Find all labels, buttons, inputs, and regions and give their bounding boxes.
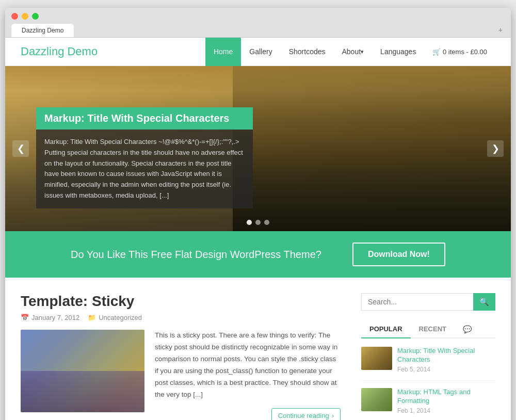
browser-window: Dazzling Demo + Dazzling Demo Home Galle… — [5, 8, 511, 420]
browser-tab[interactable]: Dazzling Demo — [11, 24, 74, 37]
recent-post-thumb-1 — [361, 347, 392, 370]
list-item: Markup: Title With Special Characters Fe… — [361, 347, 495, 373]
post-title: Template: Sticky — [21, 293, 341, 310]
recent-post-info-2: Markup: HTML Tags and Formatting Feb 1, … — [397, 388, 495, 414]
search-box: 🔍 — [361, 293, 495, 311]
post-body: This is a sticky post. There are a few t… — [21, 330, 341, 420]
continue-reading-button[interactable]: Continue reading › — [271, 408, 341, 420]
arrow-right-icon: › — [332, 412, 334, 419]
nav-about[interactable]: About — [334, 38, 373, 66]
site-nav: Home Gallery Shortcodes About Languages … — [205, 38, 495, 66]
hero-prev-button[interactable]: ❮ — [12, 140, 29, 157]
hero-content: Markup: Title With Special Characters Ma… — [36, 107, 253, 208]
calendar-icon: 📅 — [21, 314, 29, 321]
search-button[interactable]: 🔍 — [473, 293, 495, 311]
nav-cart[interactable]: 🛒 0 items - £0.00 — [424, 38, 495, 66]
recent-post-date-2: Feb 1, 2014 — [397, 407, 495, 414]
posts-column: Template: Sticky 📅 January 7, 2012 📁 Unc… — [21, 293, 361, 420]
download-button[interactable]: Download Now! — [352, 243, 445, 266]
browser-dots — [11, 13, 505, 20]
site-logo[interactable]: Dazzling Demo — [21, 45, 98, 58]
post-excerpt: This is a sticky post. There are a few t… — [155, 330, 341, 420]
recent-posts: Markup: Title With Special Characters Fe… — [361, 347, 495, 420]
tab-recent[interactable]: RECENT — [411, 321, 455, 338]
nav-languages[interactable]: Languages — [372, 38, 424, 66]
nav-shortcodes[interactable]: Shortcodes — [281, 38, 334, 66]
browser-chrome: Dazzling Demo + — [5, 8, 511, 38]
tab-comments[interactable]: 💬 — [455, 321, 480, 338]
nav-home[interactable]: Home — [205, 38, 241, 66]
hero-next-button[interactable]: ❯ — [487, 140, 504, 157]
hero-dot-1[interactable] — [247, 220, 252, 225]
list-item: Markup: HTML Tags and Formatting Feb 1, … — [361, 380, 495, 414]
site-header: Dazzling Demo Home Gallery Shortcodes Ab… — [5, 38, 511, 66]
cta-banner: Do You Like This Free Flat Design WordPr… — [5, 231, 511, 278]
nav-gallery[interactable]: Gallery — [241, 38, 280, 66]
post-thumbnail[interactable] — [21, 330, 144, 412]
search-input[interactable] — [361, 293, 473, 311]
close-dot[interactable] — [11, 13, 18, 20]
hero-title: Markup: Title With Special Characters — [36, 107, 253, 130]
hero-dots — [247, 220, 269, 225]
recent-post-date-1: Feb 5, 2014 — [397, 366, 495, 373]
widget-tabs: POPULAR RECENT 💬 — [361, 321, 495, 338]
post-date: January 7, 2012 — [31, 314, 79, 321]
hero-trees — [233, 66, 511, 231]
recent-post-title-1[interactable]: Markup: Title With Special Characters — [397, 347, 495, 364]
post-meta: 📅 January 7, 2012 📁 Uncategorized — [21, 314, 341, 321]
browser-tabs: Dazzling Demo + — [11, 24, 505, 37]
expand-button[interactable]: + — [498, 26, 505, 37]
cta-text: Do You Like This Free Flat Design WordPr… — [71, 249, 321, 261]
post-excerpt-text: This is a sticky post. There are a few t… — [155, 330, 341, 401]
post-category-meta: 📁 Uncategorized — [88, 314, 142, 321]
recent-post-thumb-2 — [361, 388, 392, 411]
tab-popular[interactable]: POPULAR — [361, 321, 411, 338]
hero-slider: Markup: Title With Special Characters Ma… — [5, 66, 511, 231]
minimize-dot[interactable] — [22, 13, 28, 20]
maximize-dot[interactable] — [32, 13, 39, 20]
post-category[interactable]: Uncategorized — [99, 314, 142, 321]
post-date-meta: 📅 January 7, 2012 — [21, 314, 79, 321]
search-icon: 🔍 — [479, 297, 489, 306]
recent-post-info-1: Markup: Title With Special Characters Fe… — [397, 347, 495, 373]
hero-dot-2[interactable] — [255, 220, 261, 225]
main-content: Template: Sticky 📅 January 7, 2012 📁 Unc… — [5, 278, 511, 420]
site-wrapper: Dazzling Demo Home Gallery Shortcodes Ab… — [5, 38, 511, 420]
sidebar-column: 🔍 POPULAR RECENT 💬 Markup: Title With Sp… — [361, 293, 495, 420]
recent-post-title-2[interactable]: Markup: HTML Tags and Formatting — [397, 388, 495, 406]
folder-icon: 📁 — [88, 314, 96, 321]
hero-text: Markup: Title With Special Characters ~!… — [36, 130, 253, 208]
hero-dot-3[interactable] — [264, 220, 269, 225]
